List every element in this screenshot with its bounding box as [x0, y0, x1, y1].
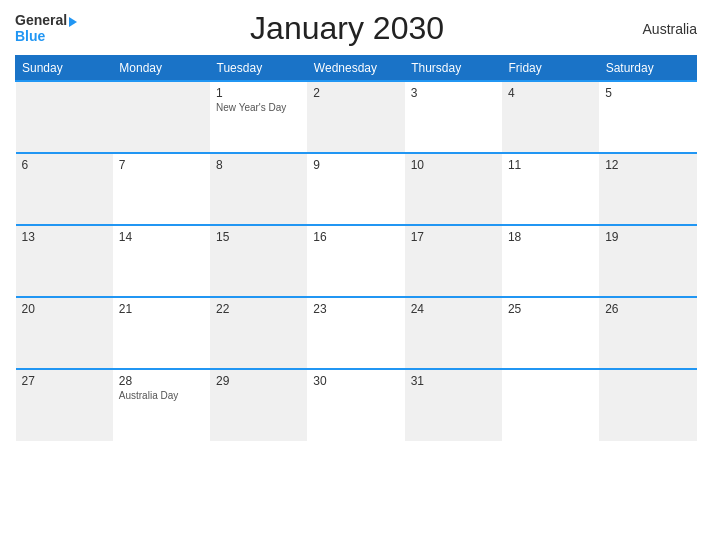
calendar-day-cell: 14 [113, 225, 210, 297]
day-number: 7 [119, 158, 204, 172]
day-number: 29 [216, 374, 301, 388]
calendar-day-cell: 20 [16, 297, 113, 369]
weekday-header-thursday: Thursday [405, 56, 502, 82]
calendar-day-cell [599, 369, 696, 441]
calendar-header: General Blue January 2030 Australia [15, 10, 697, 47]
day-number: 28 [119, 374, 204, 388]
month-title: January 2030 [77, 10, 617, 47]
calendar-day-cell: 12 [599, 153, 696, 225]
country-label: Australia [617, 21, 697, 37]
day-number: 26 [605, 302, 690, 316]
calendar-day-cell: 24 [405, 297, 502, 369]
calendar-day-cell: 26 [599, 297, 696, 369]
calendar-day-cell: 19 [599, 225, 696, 297]
day-number: 17 [411, 230, 496, 244]
weekday-header-sunday: Sunday [16, 56, 113, 82]
day-number: 16 [313, 230, 398, 244]
calendar-week-row: 20212223242526 [16, 297, 697, 369]
calendar-week-row: 13141516171819 [16, 225, 697, 297]
day-number: 25 [508, 302, 593, 316]
day-number: 5 [605, 86, 690, 100]
day-number: 22 [216, 302, 301, 316]
calendar-day-cell: 3 [405, 81, 502, 153]
day-number: 24 [411, 302, 496, 316]
weekday-header-monday: Monday [113, 56, 210, 82]
day-number: 30 [313, 374, 398, 388]
day-number: 20 [22, 302, 107, 316]
logo-triangle-icon [69, 17, 77, 27]
day-number: 14 [119, 230, 204, 244]
calendar-day-cell: 9 [307, 153, 404, 225]
logo: General Blue [15, 13, 77, 44]
day-number: 3 [411, 86, 496, 100]
weekday-header-saturday: Saturday [599, 56, 696, 82]
day-number: 21 [119, 302, 204, 316]
day-number: 12 [605, 158, 690, 172]
day-number: 31 [411, 374, 496, 388]
calendar-day-cell: 22 [210, 297, 307, 369]
day-number: 23 [313, 302, 398, 316]
day-number: 13 [22, 230, 107, 244]
logo-blue-text: Blue [15, 29, 45, 44]
calendar-day-cell: 5 [599, 81, 696, 153]
day-number: 4 [508, 86, 593, 100]
day-number: 18 [508, 230, 593, 244]
calendar-week-row: 6789101112 [16, 153, 697, 225]
calendar-day-cell: 4 [502, 81, 599, 153]
calendar-day-cell: 13 [16, 225, 113, 297]
day-number: 8 [216, 158, 301, 172]
calendar-day-cell: 16 [307, 225, 404, 297]
day-number: 9 [313, 158, 398, 172]
calendar-day-cell: 25 [502, 297, 599, 369]
holiday-label: Australia Day [119, 390, 204, 401]
calendar-container: General Blue January 2030 Australia Sund… [0, 0, 712, 550]
calendar-day-cell: 18 [502, 225, 599, 297]
calendar-day-cell: 23 [307, 297, 404, 369]
calendar-day-cell: 1New Year's Day [210, 81, 307, 153]
day-number: 11 [508, 158, 593, 172]
day-number: 6 [22, 158, 107, 172]
weekday-header-wednesday: Wednesday [307, 56, 404, 82]
holiday-label: New Year's Day [216, 102, 301, 113]
day-number: 19 [605, 230, 690, 244]
weekday-header-tuesday: Tuesday [210, 56, 307, 82]
calendar-table: SundayMondayTuesdayWednesdayThursdayFrid… [15, 55, 697, 441]
calendar-day-cell: 29 [210, 369, 307, 441]
day-number: 15 [216, 230, 301, 244]
day-number: 10 [411, 158, 496, 172]
calendar-day-cell: 10 [405, 153, 502, 225]
calendar-day-cell: 8 [210, 153, 307, 225]
calendar-day-cell: 28Australia Day [113, 369, 210, 441]
calendar-day-cell: 15 [210, 225, 307, 297]
day-number: 1 [216, 86, 301, 100]
calendar-day-cell: 27 [16, 369, 113, 441]
day-number: 2 [313, 86, 398, 100]
calendar-week-row: 1New Year's Day2345 [16, 81, 697, 153]
weekday-header-friday: Friday [502, 56, 599, 82]
logo-general-text: General [15, 13, 67, 28]
calendar-day-cell: 7 [113, 153, 210, 225]
calendar-day-cell [502, 369, 599, 441]
calendar-day-cell: 2 [307, 81, 404, 153]
weekday-header-row: SundayMondayTuesdayWednesdayThursdayFrid… [16, 56, 697, 82]
calendar-day-cell: 6 [16, 153, 113, 225]
calendar-day-cell [16, 81, 113, 153]
calendar-day-cell: 17 [405, 225, 502, 297]
day-number: 27 [22, 374, 107, 388]
calendar-day-cell: 31 [405, 369, 502, 441]
calendar-day-cell: 11 [502, 153, 599, 225]
calendar-day-cell [113, 81, 210, 153]
calendar-day-cell: 30 [307, 369, 404, 441]
calendar-week-row: 2728Australia Day293031 [16, 369, 697, 441]
calendar-day-cell: 21 [113, 297, 210, 369]
